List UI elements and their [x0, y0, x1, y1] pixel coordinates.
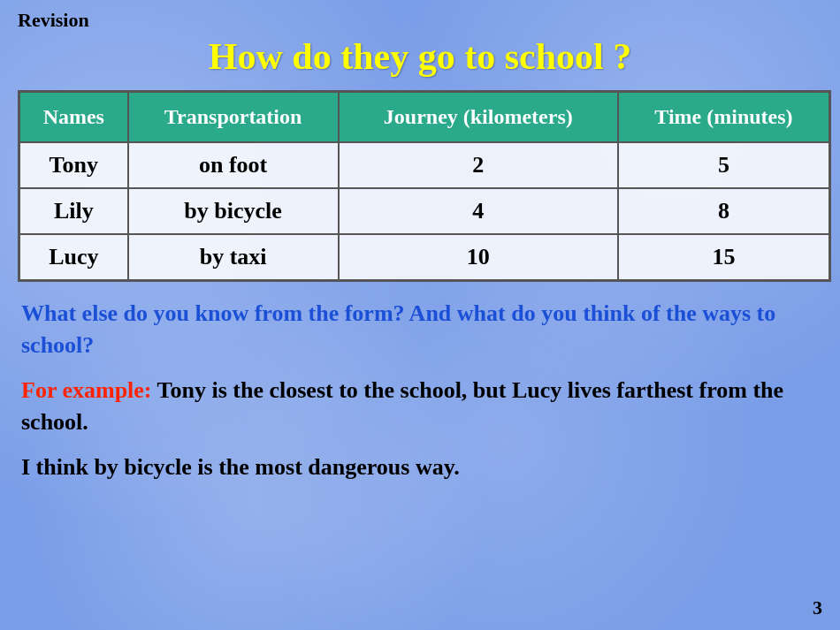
cell-transport-2: by taxi [128, 234, 339, 281]
data-table: Names Transportation Journey (kilometers… [18, 90, 831, 282]
table-row: Tonyon foot25 [19, 142, 830, 188]
revision-label: Revision [18, 9, 822, 32]
col-header-names: Names [19, 92, 128, 143]
cell-journey-2: 10 [339, 234, 618, 281]
cell-transport-1: by bicycle [128, 188, 339, 234]
table-row: Lucyby taxi1015 [19, 234, 830, 281]
cell-journey-0: 2 [339, 142, 618, 188]
cell-transport-0: on foot [128, 142, 339, 188]
example-paragraph: For example: Tony is the closest to the … [18, 375, 822, 439]
cell-name-2: Lucy [19, 234, 128, 281]
page-number: 3 [813, 596, 822, 619]
question-text: What else do you know from the form? And… [18, 298, 822, 362]
cell-time-0: 5 [618, 142, 830, 188]
cell-journey-1: 4 [339, 188, 618, 234]
cell-time-2: 15 [618, 234, 830, 281]
cell-name-0: Tony [19, 142, 128, 188]
page-title: How do they go to school ? [18, 35, 822, 78]
col-header-journey: Journey (kilometers) [339, 92, 618, 143]
col-header-time: Time (minutes) [618, 92, 830, 143]
table-row: Lilyby bicycle48 [19, 188, 830, 234]
col-header-transport: Transportation [128, 92, 339, 143]
cell-time-1: 8 [618, 188, 830, 234]
cell-name-1: Lily [19, 188, 128, 234]
example-label: For example: [21, 377, 152, 403]
think-text: I think by bicycle is the most dangerous… [18, 452, 822, 483]
